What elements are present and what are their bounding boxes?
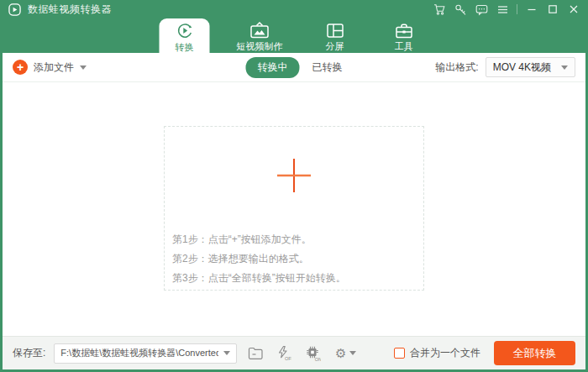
tab-split-screen[interactable]: 分屏 bbox=[310, 18, 360, 53]
converting-tab[interactable]: 转换中 bbox=[246, 57, 300, 78]
add-files-caret-icon[interactable] bbox=[80, 65, 87, 70]
footer-bar: 保存至: OFF bbox=[3, 336, 585, 369]
maximize-button[interactable] bbox=[546, 3, 559, 16]
settings-gear-icon: ⚙ bbox=[335, 347, 346, 359]
output-format-value: MOV 4K视频 bbox=[493, 60, 551, 75]
gpu-state: ON bbox=[315, 357, 321, 362]
short-video-icon bbox=[250, 22, 270, 39]
tab-tools-label: 工具 bbox=[395, 40, 413, 53]
convert-state-toggle: 转换中 已转换 bbox=[246, 57, 343, 78]
app-title: 数据蛙视频转换器 bbox=[28, 3, 112, 17]
body-area: + 添加文件 转换中 已转换 输出格式: MOV 4K视频 bbox=[3, 53, 585, 369]
titlebar: 数据蛙视频转换器 bbox=[3, 0, 585, 18]
output-format-label: 输出格式: bbox=[435, 60, 478, 75]
close-button[interactable] bbox=[567, 3, 580, 16]
cart-icon[interactable] bbox=[433, 3, 446, 16]
step-2: 第2步：选择想要输出的格式。 bbox=[172, 253, 346, 265]
open-folder-button[interactable] bbox=[245, 343, 265, 364]
tab-short-video[interactable]: 短视频制作 bbox=[228, 18, 291, 53]
high-speed-state: OFF bbox=[285, 356, 291, 361]
add-plus-icon: + bbox=[13, 60, 28, 75]
save-path-caret-icon[interactable] bbox=[223, 351, 230, 355]
tab-convert[interactable]: 转换 bbox=[160, 18, 210, 53]
menu-icon[interactable] bbox=[496, 3, 509, 16]
add-files-label: 添加文件 bbox=[34, 60, 74, 75]
tools-icon bbox=[395, 22, 412, 39]
save-to-label: 保存至: bbox=[13, 346, 45, 360]
output-format-select[interactable]: MOV 4K视频 bbox=[486, 57, 575, 77]
tab-split-screen-label: 分屏 bbox=[326, 40, 344, 53]
save-path-input[interactable] bbox=[60, 348, 218, 359]
step-3: 第3步：点击“全部转换”按钮开始转换。 bbox=[172, 272, 346, 284]
app-logo-icon bbox=[8, 3, 21, 16]
step-1: 第1步：点击“+”按钮添加文件。 bbox=[172, 233, 346, 245]
settings-button[interactable]: ⚙ bbox=[331, 343, 360, 364]
minimize-button[interactable] bbox=[525, 3, 538, 16]
add-files-plus-icon[interactable] bbox=[275, 156, 313, 198]
file-dropzone[interactable]: 第1步：点击“+”按钮添加文件。 第2步：选择想要输出的格式。 第3步：点击“全… bbox=[164, 126, 424, 291]
output-format-caret-icon bbox=[561, 65, 568, 70]
save-path-combo bbox=[54, 343, 237, 364]
key-icon[interactable] bbox=[454, 3, 467, 16]
convert-icon bbox=[176, 22, 193, 39]
feedback-icon[interactable] bbox=[475, 3, 488, 16]
output-format-group: 输出格式: MOV 4K视频 bbox=[435, 57, 575, 77]
toolbar: + 添加文件 转换中 已转换 输出格式: MOV 4K视频 bbox=[3, 53, 585, 82]
instruction-steps: 第1步：点击“+”按钮添加文件。 第2步：选择想要输出的格式。 第3步：点击“全… bbox=[172, 233, 346, 284]
converted-tab[interactable]: 已转换 bbox=[312, 60, 343, 75]
titlebar-divider bbox=[517, 4, 517, 14]
convert-all-button[interactable]: 全部转换 bbox=[494, 341, 575, 365]
merge-option: 合并为一个文件 bbox=[394, 346, 480, 360]
settings-caret-icon bbox=[349, 351, 356, 355]
tab-short-video-label: 短视频制作 bbox=[237, 40, 283, 53]
merge-label[interactable]: 合并为一个文件 bbox=[410, 346, 480, 360]
gpu-toggle[interactable]: ON bbox=[302, 343, 323, 364]
tab-bar: 转换 短视频制作 bbox=[3, 18, 585, 53]
main-panel: 第1步：点击“+”按钮添加文件。 第2步：选择想要输出的格式。 第3步：点击“全… bbox=[3, 82, 585, 336]
merge-checkbox[interactable] bbox=[394, 348, 405, 359]
tab-tools[interactable]: 工具 bbox=[379, 18, 429, 53]
high-speed-toggle[interactable]: OFF bbox=[274, 343, 294, 364]
add-files-button[interactable]: + 添加文件 bbox=[13, 60, 87, 75]
app-window: 数据蛙视频转换器 bbox=[0, 0, 588, 372]
tab-convert-label: 转换 bbox=[176, 41, 194, 54]
split-screen-icon bbox=[326, 22, 344, 39]
